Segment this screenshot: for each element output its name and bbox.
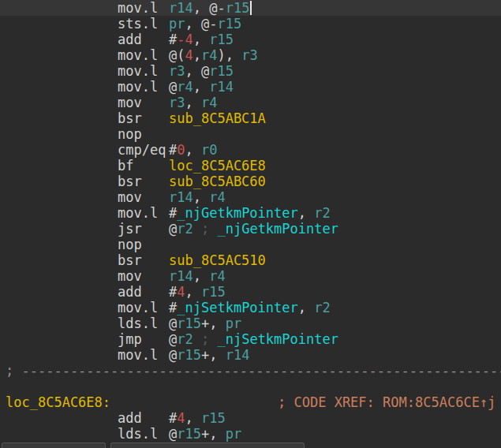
punct-token: , — [185, 284, 201, 300]
code-name-token[interactable]: loc_8C5AC6E8 — [169, 158, 266, 174]
mnemonic: mov — [118, 189, 142, 205]
asm-line[interactable]: bsrsub_8C5AC510 — [0, 252, 501, 268]
register-token: r15 — [177, 315, 201, 331]
extern-name-token[interactable]: _njGetkmPointer — [177, 205, 298, 221]
code-name-token[interactable]: sub_8C5AC510 — [169, 252, 266, 268]
punct-token: +, — [201, 315, 226, 331]
mnemonic: nop — [118, 126, 142, 142]
register-token: r14 — [169, 0, 193, 16]
mnemonic: lds.l — [118, 426, 158, 442]
mnemonic: mov — [118, 95, 142, 110]
blank-line[interactable] — [0, 379, 501, 394]
operands: @(4,r4), r3 — [169, 47, 258, 63]
register-token: r3 — [169, 95, 185, 110]
mnemonic: jsr — [118, 221, 142, 237]
mnemonic: add — [118, 284, 142, 300]
operands: pr, @-r15 — [169, 16, 241, 32]
asm-line[interactable]: nop — [0, 126, 501, 142]
asm-line[interactable]: lds.l@r15+, pr — [0, 315, 501, 331]
register-token: pr — [226, 426, 241, 442]
punct-token: # — [169, 284, 177, 300]
register-token: r15 — [201, 284, 226, 300]
asm-line[interactable]: nop — [0, 237, 501, 252]
mnemonic: mov — [118, 268, 142, 284]
operands: sub_8C5AC510 — [169, 252, 266, 268]
ida-disassembly-view: mov.lr14, @-r15sts.lpr, @-r15add#-4, r15… — [0, 0, 501, 448]
asm-line[interactable]: mov.l#_njSetkmPointer, r2 — [0, 300, 501, 315]
register-token: r14 — [169, 189, 193, 205]
asm-line[interactable]: movr14, r4 — [0, 189, 501, 205]
punct-token: @ — [169, 221, 177, 237]
asm-line[interactable]: add#4, r15 — [0, 284, 501, 300]
asm-line[interactable]: bsrsub_8C5ABC1A — [0, 110, 501, 126]
register-token: r15 — [177, 426, 201, 442]
operands: #0, r0 — [169, 142, 217, 158]
mnemonic: mov.l — [118, 347, 158, 363]
separator-dashes: ; --------------------------------------… — [6, 363, 501, 379]
operands: r3, r4 — [169, 95, 217, 110]
asm-line[interactable]: movr3, r4 — [0, 95, 501, 110]
asm-line[interactable]: cmp/eq#0, r0 — [0, 142, 501, 158]
punct-token: , — [298, 205, 314, 221]
operands: @r2 ; _njSetkmPointer — [169, 331, 338, 347]
operands: #_njSetkmPointer, r2 — [169, 300, 331, 315]
immediate-token: 4 — [185, 47, 193, 63]
asm-line[interactable]: jmp@r2 ; _njSetkmPointer — [0, 331, 501, 347]
asm-line[interactable]: add#-4, r15 — [0, 32, 501, 47]
register-token: r3 — [241, 47, 257, 63]
asm-line[interactable]: add#4, r15 — [0, 410, 501, 426]
inline-comment-token: ; — [193, 221, 218, 237]
extern-name-token[interactable]: _njSetkmPointer — [177, 300, 298, 315]
xref-comment[interactable]: ; CODE XREF: ROM:8C5AC6CE↑j — [278, 394, 495, 410]
punct-token: , — [193, 268, 209, 284]
register-token: r4 — [177, 79, 193, 95]
register-token: r0 — [201, 142, 217, 158]
punct-token: , — [185, 95, 200, 110]
asm-line[interactable]: mov.l@r4, r14 — [0, 79, 501, 95]
mnemonic: bf — [118, 158, 133, 174]
punct-token: , @- — [185, 16, 217, 32]
separator-line[interactable]: ; --------------------------------------… — [0, 363, 501, 379]
operands: #_njGetkmPointer, r2 — [169, 205, 331, 221]
location-label[interactable]: loc_8C5AC6E8: — [6, 394, 110, 410]
register-token: r4 — [201, 47, 217, 63]
register-token: r14 — [226, 347, 250, 363]
operands: r14, r4 — [169, 189, 226, 205]
punct-token: @ — [169, 347, 177, 363]
asm-line[interactable]: mov.l@r15+, r14 — [0, 347, 501, 363]
mnemonic: mov.l — [118, 205, 158, 221]
extern-name-token[interactable]: _njGetkmPointer — [217, 221, 338, 237]
mnemonic: mov.l — [118, 300, 158, 315]
code-name-token[interactable]: sub_8C5ABC60 — [169, 174, 266, 189]
asm-line[interactable]: bsrsub_8C5ABC60 — [0, 174, 501, 189]
register-token: pr — [169, 16, 185, 32]
register-token: r15 — [177, 347, 201, 363]
punct-token: , @- — [193, 0, 226, 16]
punct-token: # — [169, 32, 177, 47]
asm-line[interactable]: mov.lr14, @-r15 — [0, 0, 501, 16]
punct-token: , — [298, 300, 314, 315]
register-token: r4 — [201, 95, 217, 110]
asm-line[interactable]: bfloc_8C5AC6E8 — [0, 158, 501, 174]
extern-name-token[interactable]: _njSetkmPointer — [217, 331, 338, 347]
punct-token: # — [169, 410, 177, 426]
punct-token: , — [193, 189, 209, 205]
bottom-panel-edge-left[interactable] — [2, 442, 106, 448]
code-name-token[interactable]: sub_8C5ABC1A — [169, 110, 266, 126]
operands: @r2 ; _njGetkmPointer — [169, 221, 338, 237]
mnemonic: jmp — [118, 331, 142, 347]
label-line[interactable]: loc_8C5AC6E8:; CODE XREF: ROM:8C5AC6CE↑j — [0, 394, 501, 410]
bottom-panel-edge-right[interactable] — [110, 442, 305, 448]
operands: #4, r15 — [169, 284, 226, 300]
operands: r14, @-r15 — [169, 0, 252, 16]
asm-line[interactable]: mov.l@(4,r4), r3 — [0, 47, 501, 63]
asm-line[interactable]: sts.lpr, @-r15 — [0, 16, 501, 32]
asm-line[interactable]: mov.l#_njGetkmPointer, r2 — [0, 205, 501, 221]
asm-line[interactable]: mov.lr3, @r15 — [0, 63, 501, 79]
asm-line[interactable]: lds.l@r15+, pr — [0, 426, 501, 442]
punct-token: , @ — [185, 63, 209, 79]
asm-line[interactable]: movr14, r4 — [0, 268, 501, 284]
mnemonic: bsr — [118, 252, 142, 268]
asm-line[interactable]: jsr@r2 ; _njGetkmPointer — [0, 221, 501, 237]
punct-token: +, — [201, 347, 226, 363]
